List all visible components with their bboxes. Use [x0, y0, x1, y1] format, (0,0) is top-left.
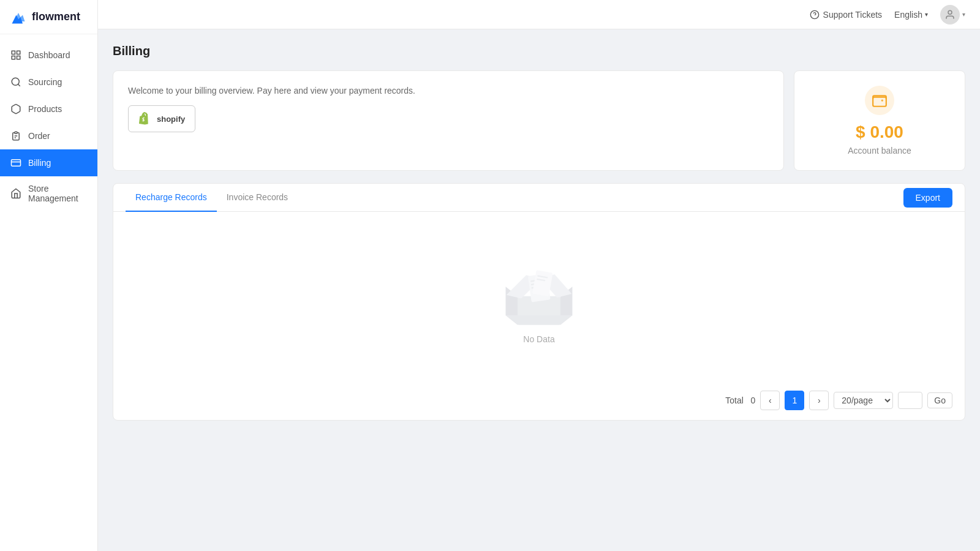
- page-1-button[interactable]: 1: [785, 391, 804, 410]
- tabs-section: Recharge Records Invoice Records Export: [113, 183, 965, 421]
- header: Support Tickets English ▾ ▾: [98, 0, 980, 29]
- sidebar-item-sourcing[interactable]: Sourcing: [0, 69, 97, 96]
- main-content: Billing Welcome to your billing overview…: [98, 29, 980, 551]
- total-count: 0: [751, 395, 756, 405]
- sidebar-item-sourcing-label: Sourcing: [28, 77, 62, 87]
- avatar[interactable]: [940, 5, 960, 24]
- language-selector[interactable]: English ▾: [894, 10, 928, 20]
- support-tickets-link[interactable]: Support Tickets: [810, 10, 883, 20]
- svg-rect-0: [12, 51, 15, 54]
- tab-invoice-records[interactable]: Invoice Records: [217, 184, 298, 212]
- support-icon: [810, 10, 820, 20]
- go-button[interactable]: Go: [927, 392, 952, 408]
- page-jump-input[interactable]: [898, 392, 922, 409]
- account-balance-label: Account balance: [848, 146, 911, 156]
- sidebar-item-dashboard[interactable]: Dashboard: [0, 42, 97, 69]
- prev-page-button[interactable]: ‹: [760, 391, 780, 410]
- language-label: English: [894, 10, 922, 20]
- svg-point-13: [948, 10, 952, 14]
- sidebar-item-order-label: Order: [28, 131, 50, 141]
- sidebar-item-billing[interactable]: Billing: [0, 149, 97, 176]
- sidebar: flowment Dashboard Sourcing: [0, 0, 98, 551]
- empty-state: No Data: [113, 212, 965, 381]
- sidebar-item-store-management[interactable]: Store Management: [0, 176, 97, 211]
- shopify-pay-button[interactable]: shopify: [128, 105, 195, 132]
- svg-point-4: [12, 78, 19, 85]
- svg-marker-20: [506, 315, 573, 325]
- billing-welcome-text: Welcome to your billing overview. Pay he…: [128, 86, 769, 96]
- tabs-list: Recharge Records Invoice Records: [126, 184, 298, 211]
- billing-top-section: Welcome to your billing overview. Pay he…: [113, 70, 965, 171]
- tab-recharge-label: Recharge Records: [135, 192, 207, 202]
- svg-rect-14: [873, 97, 886, 107]
- support-label: Support Tickets: [823, 10, 883, 20]
- logo-text: flowment: [32, 10, 80, 23]
- svg-rect-6: [15, 132, 18, 133]
- tab-invoice-label: Invoice Records: [227, 192, 288, 202]
- user-menu[interactable]: ▾: [940, 5, 965, 24]
- account-balance-card: $ 0.00 Account balance: [794, 70, 965, 171]
- page-title: Billing: [113, 44, 965, 58]
- balance-icon-wrapper: [865, 86, 894, 115]
- wallet-icon: [872, 92, 888, 108]
- language-chevron-icon: ▾: [925, 11, 928, 18]
- tab-recharge-records[interactable]: Recharge Records: [126, 184, 217, 212]
- svg-rect-1: [17, 51, 20, 54]
- sidebar-item-products[interactable]: Products: [0, 96, 97, 122]
- sidebar-nav: Dashboard Sourcing Products: [0, 34, 97, 551]
- export-button[interactable]: Export: [903, 188, 952, 208]
- svg-rect-2: [12, 56, 15, 59]
- svg-rect-9: [12, 160, 21, 167]
- avatar-chevron-icon: ▾: [962, 11, 965, 18]
- svg-rect-3: [17, 56, 20, 59]
- next-page-button[interactable]: ›: [809, 391, 829, 410]
- total-label: Total 0: [725, 395, 755, 405]
- shopify-label: shopify: [157, 114, 185, 124]
- account-balance-amount: $ 0.00: [856, 122, 903, 142]
- sidebar-item-billing-label: Billing: [28, 158, 51, 168]
- empty-box-illustration: [490, 249, 588, 334]
- logo[interactable]: flowment: [0, 0, 97, 34]
- shopify-icon: [138, 112, 152, 126]
- billing-icon: [10, 157, 22, 169]
- sidebar-item-dashboard-label: Dashboard: [28, 50, 70, 60]
- store-icon: [10, 187, 22, 200]
- empty-state-text: No Data: [523, 334, 554, 344]
- dashboard-icon: [10, 49, 22, 61]
- sourcing-icon: [10, 76, 22, 88]
- user-avatar-icon: [944, 9, 956, 20]
- products-icon: [10, 103, 22, 115]
- sidebar-item-products-label: Products: [28, 104, 62, 114]
- order-icon: [10, 130, 22, 142]
- pagination: Total 0 ‹ 1 › 10/page 20/page 50/page 10…: [113, 381, 965, 420]
- tabs-header: Recharge Records Invoice Records Export: [113, 184, 965, 212]
- logo-icon: [10, 9, 27, 26]
- sidebar-item-store-label: Store Management: [28, 184, 88, 203]
- page-size-select[interactable]: 10/page 20/page 50/page 100/page: [834, 392, 893, 409]
- svg-line-5: [18, 84, 20, 86]
- sidebar-item-order[interactable]: Order: [0, 122, 97, 149]
- billing-welcome-card: Welcome to your billing overview. Pay he…: [113, 70, 784, 171]
- svg-rect-25: [532, 270, 553, 296]
